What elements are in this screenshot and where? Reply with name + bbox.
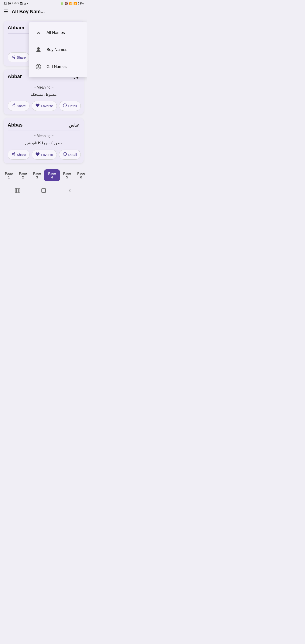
svg-line-23 <box>13 153 14 154</box>
share-icon-3 <box>12 152 16 157</box>
battery-icon: 🔋 <box>60 2 64 5</box>
recents-icon[interactable] <box>14 188 20 195</box>
svg-line-7 <box>13 56 14 56</box>
dot-icon: • <box>27 2 28 5</box>
svg-line-15 <box>13 104 14 105</box>
svg-rect-30 <box>42 188 46 192</box>
svg-line-6 <box>13 57 14 58</box>
speed: 1 KB/S <box>12 2 19 5</box>
svg-point-0 <box>37 47 40 50</box>
svg-rect-27 <box>16 188 16 193</box>
card-abbas-name-en: Abbas <box>8 122 22 128</box>
page-1-button[interactable]: Page 1 <box>2 170 16 181</box>
status-left: 22:29 1 KB/S 🖼 ☁ • <box>4 2 28 5</box>
hamburger-menu[interactable]: ☰ <box>4 9 8 14</box>
boy-names-label: Boy Names <box>46 48 67 52</box>
page-title: All Boy Nam... <box>12 9 45 14</box>
abbas-detail-label: Detail <box>68 153 77 156</box>
boy-names-icon <box>34 46 42 54</box>
svg-point-2 <box>38 65 39 67</box>
abbar-share-button[interactable]: Share <box>8 101 30 111</box>
home-icon[interactable] <box>41 188 46 195</box>
dropdown-menu: ∞ All Names Boy Names Girl Names <box>29 22 87 77</box>
share-icon <box>12 55 16 60</box>
page-4-button[interactable]: Page 4 <box>44 169 60 181</box>
abbas-share-button[interactable]: Share <box>8 150 30 160</box>
abbar-detail-button[interactable]: Detail <box>59 101 80 111</box>
all-names-icon: ∞ <box>34 28 42 37</box>
cloud-icon: ☁ <box>24 2 26 5</box>
bottom-nav <box>0 184 87 199</box>
dropdown-all-names[interactable]: ∞ All Names <box>29 24 87 41</box>
page-5-button[interactable]: Page 5 <box>60 170 74 181</box>
status-right: 🔋 🔇 📶 📶 53% <box>60 2 84 5</box>
pagination-bar: Page 1 Page 2 Page 3 Page 4 Page 5 Page … <box>0 166 87 184</box>
wifi-icon: 📶 <box>69 2 72 5</box>
back-icon[interactable] <box>67 188 73 195</box>
abbar-share-label: Share <box>17 104 26 108</box>
girl-names-icon <box>34 62 42 71</box>
card-abbam-name-en: Abbam <box>8 25 24 31</box>
abbam-share-label: Share <box>17 56 26 59</box>
page-6-button[interactable]: Page 6 <box>74 170 87 181</box>
card-abbas-meaning-label: ~ Meaning ~ <box>8 134 80 138</box>
info-icon-2 <box>63 103 67 108</box>
card-abbar-name-en: Abbar <box>8 74 22 80</box>
photo-icon: 🖼 <box>20 2 22 5</box>
abbas-detail-button[interactable]: Detail <box>59 150 80 160</box>
abbas-favorite-button[interactable]: Favorite <box>32 150 57 160</box>
info-icon-3 <box>63 152 67 157</box>
card-abbas-meaning-text: حضور کے چچا کا نام، شیر <box>8 140 80 146</box>
share-icon-2 <box>12 103 16 108</box>
abbas-favorite-label: Favorite <box>41 153 53 156</box>
all-names-label: All Names <box>46 30 65 35</box>
card-abbar-actions: Share Favorite Detail <box>8 101 80 111</box>
status-bar: 22:29 1 KB/S 🖼 ☁ • 🔋 🔇 📶 📶 53% <box>0 0 87 6</box>
header: ☰ All Boy Nam... <box>0 6 87 17</box>
svg-line-14 <box>13 106 14 106</box>
card-abbas-actions: Share Favorite Detail <box>8 150 80 160</box>
page-2-button[interactable]: Page 2 <box>16 170 30 181</box>
svg-line-22 <box>13 154 14 155</box>
card-abbar-meaning-label: ~ Meaning ~ <box>8 86 80 90</box>
heart-icon-2 <box>36 103 40 108</box>
card-abbas-name-ur: عباس <box>69 122 80 128</box>
mute-icon: 🔇 <box>64 2 68 5</box>
signal-icon: 📶 <box>73 2 77 5</box>
card-abbas-header: Abbas عباس <box>8 122 80 131</box>
dropdown-boy-names[interactable]: Boy Names <box>29 41 87 58</box>
card-abbas: Abbas عباس ~ Meaning ~ حضور کے چچا کا نا… <box>4 118 84 163</box>
abbar-favorite-label: Favorite <box>41 104 53 108</box>
time: 22:29 <box>4 2 11 5</box>
girl-names-label: Girl Names <box>46 64 67 69</box>
page-3-button[interactable]: Page 3 <box>30 170 44 181</box>
battery-percent: 53% <box>78 2 84 5</box>
heart-icon-3 <box>36 152 40 157</box>
svg-rect-29 <box>19 188 20 193</box>
abbar-detail-label: Detail <box>68 104 77 108</box>
svg-rect-28 <box>17 188 18 193</box>
abbam-share-button[interactable]: Share <box>8 52 30 62</box>
dropdown-girl-names[interactable]: Girl Names <box>29 58 87 75</box>
abbar-favorite-button[interactable]: Favorite <box>32 101 57 111</box>
card-abbar-meaning-text: مضبوط، مستحکم <box>8 92 80 98</box>
abbas-share-label: Share <box>17 153 26 156</box>
